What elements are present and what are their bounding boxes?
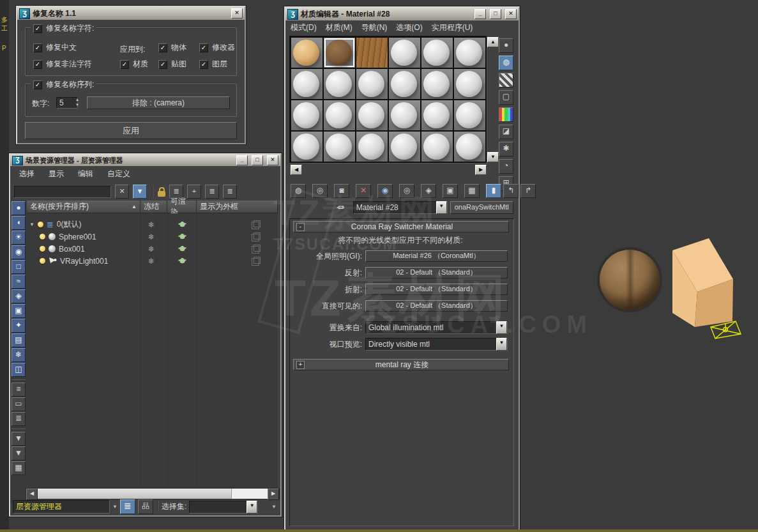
detail-view-button[interactable]: ≣	[11, 412, 26, 426]
selection-set-dropdown[interactable]: ▼	[189, 501, 258, 513]
material-sample-slot[interactable]	[389, 132, 420, 162]
material-sample-slot[interactable]	[356, 100, 388, 130]
select-children-button[interactable]: ≣	[223, 185, 237, 199]
material-sample-slot[interactable]	[454, 38, 485, 68]
spinner-down-icon[interactable]: ▼	[75, 102, 82, 107]
display-frozen-button[interactable]: ❄	[11, 348, 26, 362]
material-sample-slot[interactable]	[324, 100, 355, 130]
display-xrefs-button[interactable]: ▣	[11, 304, 26, 318]
layers-mode-button[interactable]: ≣	[120, 499, 135, 514]
put-to-library-button[interactable]: ◈	[421, 184, 436, 198]
maximize-icon[interactable]: □	[490, 9, 501, 19]
hierarchy-mode-button[interactable]: 品	[138, 499, 153, 514]
expand-arrow-icon[interactable]: ▼	[29, 222, 34, 227]
background-button[interactable]	[499, 73, 513, 87]
material-type-button[interactable]: onaRaySwitchMtl	[450, 201, 513, 214]
column-header-name[interactable]: 名称(按升序排序) ▲	[27, 201, 140, 213]
table-row[interactable]: VRayLight001❄	[27, 255, 291, 267]
viewport-sphere-object[interactable]	[600, 250, 660, 310]
material-sample-slot[interactable]	[421, 69, 453, 99]
make-unique-button[interactable]: ◎	[399, 184, 414, 198]
visibility-bulb-icon[interactable]	[38, 222, 43, 227]
dropdown-arrow-icon[interactable]: ▼	[496, 338, 507, 351]
freeze-icon[interactable]: ❄	[148, 232, 155, 241]
material-sample-slot[interactable]	[291, 69, 322, 99]
close-icon[interactable]: ✕	[267, 155, 278, 165]
go-to-parent-button[interactable]: ↰	[503, 184, 519, 198]
object-name[interactable]: VRayLight001	[60, 257, 108, 266]
column-header-display-as-box[interactable]: 显示为外框	[197, 201, 278, 213]
material-sample-slot[interactable]	[454, 69, 485, 99]
backlight-button[interactable]: ◍	[499, 56, 513, 70]
fix-sequence-checkbox[interactable]: ✓	[33, 80, 42, 89]
table-row[interactable]: ▼≣0(默认)❄	[27, 218, 280, 231]
mode-dropdown-arrow-icon[interactable]: ▼	[112, 504, 117, 510]
footer-dropdown-arrow-icon[interactable]: ▼	[271, 504, 277, 510]
material-sample-slot[interactable]	[421, 100, 453, 130]
horizontal-scrollbar[interactable]: ◀ ▶	[26, 488, 280, 499]
scene-explorer-titlebar[interactable]: Ʒ 场景资源管理器 - 层资源管理器 _ □ ✕	[10, 155, 280, 166]
put-material-to-scene-button[interactable]: ◎	[312, 184, 328, 198]
material-sample-slot[interactable]	[389, 100, 420, 130]
make-material-copy-button[interactable]: ◉	[377, 184, 393, 198]
material-sample-slot[interactable]	[421, 38, 453, 68]
menu-item[interactable]: 自定义	[107, 169, 130, 179]
display-bones-button[interactable]: ✦	[11, 319, 26, 333]
slots-scroll-left-icon[interactable]: ◀	[291, 165, 302, 175]
material-sample-slot[interactable]	[356, 132, 388, 162]
renderable-teapot-icon[interactable]	[178, 233, 187, 242]
apply-button[interactable]: 应用	[25, 122, 237, 139]
search-input[interactable]	[14, 186, 111, 198]
expand-icon[interactable]: +	[296, 361, 305, 369]
menu-item[interactable]: 显示	[49, 169, 64, 179]
menu-item[interactable]: 实用程序(U)	[432, 22, 473, 33]
freeze-icon[interactable]: ❄	[148, 245, 155, 254]
map-checkbox[interactable]: ✓	[158, 60, 167, 69]
menu-item[interactable]: 模式(D)	[291, 22, 317, 33]
slice-button[interactable]: ▦	[11, 461, 26, 475]
display-as-box-icon[interactable]	[252, 234, 259, 241]
visibility-bulb-icon[interactable]	[40, 258, 45, 264]
display-as-box-icon[interactable]	[252, 246, 259, 254]
sample-type-button[interactable]: ●	[499, 38, 513, 53]
layer-list-view-button[interactable]: ≡	[11, 383, 26, 397]
fix-chinese-checkbox[interactable]: ✓	[33, 43, 42, 52]
table-row[interactable]: Box001❄	[27, 243, 291, 255]
select-by-material-button[interactable]: ◔	[499, 159, 513, 174]
material-sample-slot[interactable]	[324, 69, 355, 99]
go-forward-to-sibling-button[interactable]: ↱	[520, 184, 536, 198]
table-row[interactable]: Sphere001❄	[27, 231, 291, 243]
menu-item[interactable]: 选择	[19, 169, 34, 179]
menu-item[interactable]: 导航(N)	[361, 22, 388, 33]
display-geometry-button[interactable]: ●	[11, 201, 26, 215]
menu-item[interactable]: 材质(M)	[326, 22, 352, 33]
scroll-right-icon[interactable]: ▶	[268, 489, 279, 500]
material-id-channel-button[interactable]: ▣	[443, 184, 458, 198]
mentalray-rollout-header[interactable]: + mental ray 连接	[293, 359, 509, 370]
menu-item[interactable]: 编辑	[78, 169, 93, 179]
display-shapes-button[interactable]: ◖	[11, 216, 26, 230]
renderable-teapot-icon[interactable]	[178, 257, 187, 266]
object-name[interactable]: 0(默认)	[57, 219, 82, 230]
reflect-button[interactable]: 02 - Default （Standard）	[365, 267, 508, 278]
sample-uv-tiling-button[interactable]: ▢	[499, 90, 513, 105]
make-preview-button[interactable]: ◪	[499, 125, 513, 139]
object-name[interactable]: Sphere001	[59, 232, 96, 241]
display-containers-button[interactable]: ▤	[11, 333, 26, 347]
show-map-in-viewport-button[interactable]: ▦	[464, 184, 480, 198]
maximize-icon[interactable]: □	[252, 155, 263, 165]
slots-scroll-up-icon[interactable]: ▲	[487, 37, 499, 47]
gi-button[interactable]: Material #26 （CoronaMtl）	[365, 250, 508, 262]
eyedropper-icon[interactable]: ✎	[334, 201, 346, 214]
blank-view-button[interactable]: ▭	[11, 397, 26, 411]
fix-illegal-checkbox[interactable]: ✓	[33, 60, 42, 69]
freeze-icon[interactable]: ❄	[148, 220, 155, 229]
display-cameras-button[interactable]: ◉	[11, 245, 26, 259]
reset-map-mtl-button[interactable]: ✕	[356, 184, 371, 198]
lock-cell-editing-button[interactable]	[158, 191, 165, 197]
layer-checkbox[interactable]: ✓	[199, 60, 208, 69]
video-color-check-button[interactable]	[499, 107, 513, 122]
material-options-button[interactable]: ✱	[499, 142, 513, 156]
material-sample-slot[interactable]	[454, 132, 485, 162]
material-sample-slot[interactable]	[324, 132, 355, 162]
